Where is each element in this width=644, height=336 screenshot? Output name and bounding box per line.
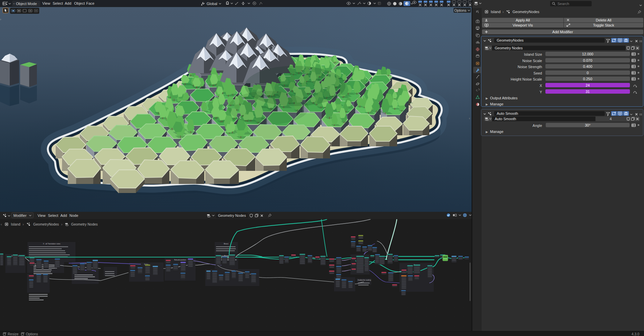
svg-text:Avalanche scaling: Avalanche scaling (358, 279, 371, 281)
svg-text:Rebuild position: Rebuild position (174, 259, 186, 261)
svg-text:X - all Translation notes: X - all Translation notes (43, 243, 61, 245)
svg-text:Bisect: Bisect (224, 243, 228, 245)
